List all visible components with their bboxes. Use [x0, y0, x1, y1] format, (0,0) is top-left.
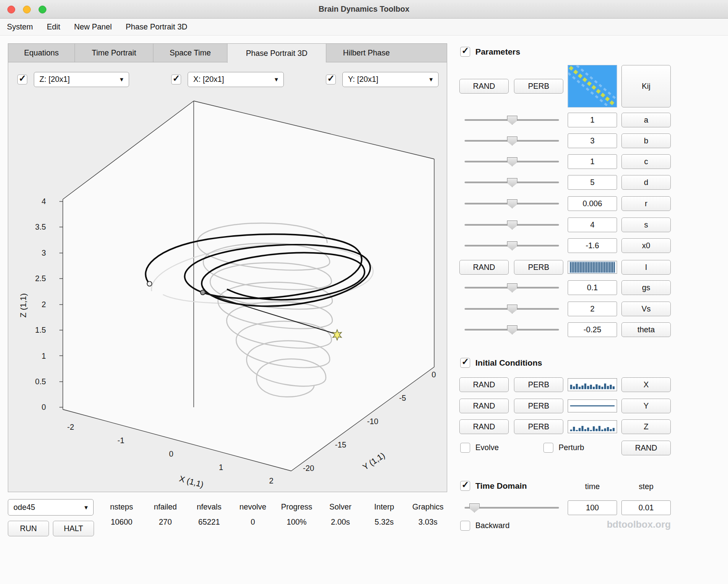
stat-nfailed: nfailed 270 — [143, 503, 187, 527]
param-d-button[interactable]: d — [621, 175, 671, 190]
slider-thumb[interactable] — [507, 305, 517, 314]
slider-c[interactable] — [465, 157, 559, 166]
slider-thumb[interactable] — [507, 283, 517, 292]
ic-z-rand-button[interactable]: RAND — [459, 419, 509, 434]
menu-edit[interactable]: Edit — [47, 23, 60, 32]
solver-dropdown[interactable]: ode45 ▼ — [8, 499, 94, 516]
z-axis-ticks — [59, 201, 63, 407]
i-vector-preview[interactable] — [568, 261, 617, 274]
slider-thumb[interactable] — [507, 157, 517, 166]
zoom-button[interactable] — [39, 6, 46, 13]
param-c-value[interactable]: 1 — [568, 154, 617, 169]
i-param-button[interactable]: I — [621, 260, 671, 275]
param-s-value[interactable]: 4 — [568, 217, 617, 232]
slider-r[interactable] — [465, 199, 559, 208]
run-button[interactable]: RUN — [8, 521, 49, 536]
ic-x-preview[interactable] — [568, 378, 617, 391]
param-c-button[interactable]: c — [621, 154, 671, 169]
slider-thumb[interactable] — [507, 136, 517, 146]
param-gs-button[interactable]: gs — [621, 280, 671, 295]
chevron-down-icon: ▼ — [428, 76, 434, 83]
slider-thumb[interactable] — [469, 503, 480, 513]
ic-x-rand-button[interactable]: RAND — [459, 377, 509, 392]
backward-checkbox[interactable] — [460, 521, 470, 531]
param-r-value[interactable]: 0.006 — [568, 196, 617, 211]
param-a-value[interactable]: 1 — [568, 113, 617, 127]
tab-phase-portrait-3d[interactable]: Phase Portrait 3D — [227, 43, 326, 63]
perturb-checkbox[interactable] — [543, 443, 553, 453]
slider-gs[interactable] — [465, 283, 559, 292]
ic-z-perb-button[interactable]: PERB — [514, 419, 563, 434]
slider-d[interactable] — [465, 178, 559, 187]
slider-a[interactable] — [465, 115, 559, 125]
slider-theta[interactable] — [465, 325, 559, 334]
x-selector-group: ✓ X: [20x1] ▼ — [171, 72, 284, 87]
menu-phase-portrait-3d[interactable]: Phase Portrait 3D — [126, 23, 187, 32]
kij-param-button[interactable]: Kij — [621, 65, 671, 107]
ic-z-preview[interactable] — [568, 420, 617, 433]
initial-conditions-checkbox[interactable]: ✓ — [460, 358, 470, 368]
slider-thumb[interactable] — [507, 221, 517, 230]
ic-z-button[interactable]: Z — [621, 419, 671, 434]
ic-y-rand-button[interactable]: RAND — [459, 399, 509, 413]
halt-button[interactable]: HALT — [53, 521, 94, 536]
param-x0-button[interactable]: x0 — [621, 238, 671, 253]
time-domain-checkbox[interactable]: ✓ — [460, 481, 470, 491]
x-variable-checkbox[interactable]: ✓ — [171, 75, 181, 84]
phase-portrait-3d-plot[interactable]: 4 3.5 3 2.5 2 1.5 1 0.5 0 -2 -1 0 1 2 0 … — [9, 91, 446, 491]
y-variable-checkbox[interactable]: ✓ — [326, 75, 336, 84]
y-variable-dropdown[interactable]: Y: [20x1] ▼ — [342, 72, 439, 87]
param-theta-value[interactable]: -0.25 — [568, 322, 617, 337]
slider-thumb[interactable] — [507, 241, 517, 250]
evolve-checkbox[interactable] — [460, 443, 470, 453]
time-slider[interactable] — [465, 503, 559, 513]
param-vs-button[interactable]: Vs — [621, 302, 671, 316]
tab-hilbert-phase[interactable]: Hilbert Phase — [326, 43, 406, 62]
param-s-button[interactable]: s — [621, 217, 671, 232]
ic-y-button[interactable]: Y — [621, 399, 671, 413]
ic-x-perb-button[interactable]: PERB — [514, 377, 563, 392]
kij-rand-button[interactable]: RAND — [459, 79, 509, 94]
param-theta-button[interactable]: theta — [621, 322, 671, 337]
slider-thumb[interactable] — [507, 199, 517, 208]
parameters-title: Parameters — [475, 47, 520, 57]
x-variable-dropdown[interactable]: X: [20x1] ▼ — [188, 72, 284, 87]
tab-space-time[interactable]: Space Time — [153, 43, 227, 62]
menu-new-panel[interactable]: New Panel — [74, 23, 112, 32]
ic-x-button[interactable]: X — [621, 377, 671, 392]
param-d-value[interactable]: 5 — [568, 175, 617, 190]
plot-panel: Equations Time Portrait Space Time Phase… — [8, 43, 447, 492]
z-variable-dropdown[interactable]: Z: [20x1] ▼ — [34, 72, 129, 87]
slider-s[interactable] — [465, 220, 559, 230]
slider-thumb[interactable] — [507, 178, 517, 187]
param-b-button[interactable]: b — [621, 133, 671, 148]
kij-matrix-preview[interactable] — [568, 65, 617, 107]
param-r-button[interactable]: r — [621, 196, 671, 211]
param-vs-value[interactable]: 2 — [568, 302, 617, 316]
i-rand-button[interactable]: RAND — [459, 260, 509, 275]
slider-b[interactable] — [465, 136, 559, 146]
param-a-button[interactable]: a — [621, 113, 671, 127]
kij-perb-button[interactable]: PERB — [514, 79, 563, 94]
param-x0-value[interactable]: -1.6 — [568, 238, 617, 253]
ic-y-perb-button[interactable]: PERB — [514, 399, 563, 413]
slider-vs[interactable] — [465, 304, 559, 314]
param-b-value[interactable]: 3 — [568, 133, 617, 148]
menu-system[interactable]: System — [7, 23, 33, 32]
minimize-button[interactable] — [23, 6, 31, 13]
tab-equations[interactable]: Equations — [8, 43, 75, 62]
slider-thumb[interactable] — [507, 116, 517, 125]
tab-time-portrait[interactable]: Time Portrait — [75, 43, 153, 62]
close-button[interactable] — [7, 6, 15, 13]
z-variable-checkbox[interactable]: ✓ — [17, 75, 27, 84]
parameters-checkbox[interactable]: ✓ — [460, 47, 470, 57]
slider-x0[interactable] — [465, 241, 559, 250]
ic-rand-all-button[interactable]: RAND — [621, 441, 671, 455]
i-perb-button[interactable]: PERB — [514, 260, 563, 275]
time-value[interactable]: 100 — [568, 500, 617, 515]
ic-y-preview[interactable] — [568, 399, 617, 412]
svg-text:4: 4 — [42, 197, 46, 206]
param-gs-value[interactable]: 0.1 — [568, 280, 617, 295]
step-value[interactable]: 0.01 — [621, 500, 671, 515]
slider-thumb[interactable] — [507, 325, 517, 334]
